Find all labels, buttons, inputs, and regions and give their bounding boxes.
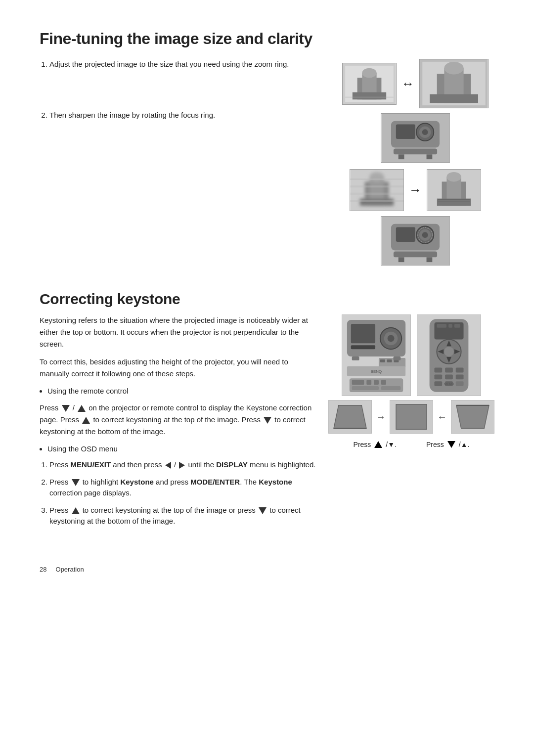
svg-rect-19 [394, 149, 437, 155]
page-number: 28 [40, 566, 46, 573]
svg-rect-72 [448, 324, 452, 328]
page-label: Operation [56, 566, 84, 573]
tri-up-icon-3 [72, 507, 80, 514]
svg-rect-71 [437, 324, 446, 328]
keystone-text-col: Keystoning refers to the situation where… [40, 314, 318, 536]
keystone-trapezoid-3 [451, 400, 494, 434]
focus-image-row: → [350, 169, 481, 211]
arrow-left-icon-2: ← [437, 411, 447, 423]
osd-steps-list: Press MENU/EXIT and then press / until t… [49, 459, 318, 527]
svg-point-52 [388, 335, 395, 342]
svg-text:BENQ: BENQ [371, 369, 382, 374]
svg-rect-15 [396, 125, 415, 139]
press-tri-up-icon [374, 441, 382, 448]
svg-point-4 [362, 68, 376, 78]
keystone-title: Correcting keystone [40, 291, 494, 308]
osd-menu-bullet: Using the OSD menu [47, 444, 318, 455]
press-tri-down-icon [447, 441, 455, 448]
tri-down-icon-3 [72, 479, 80, 486]
svg-rect-94 [396, 404, 427, 429]
remote-control-diagram: MENU [417, 314, 481, 396]
svg-point-25 [369, 172, 384, 182]
press-labels-row: Press /▼. Press /▲. [354, 441, 470, 448]
menu-exit-bold: MENU/EXIT [71, 460, 111, 469]
fine-tuning-images: ↔ [336, 59, 494, 267]
keystone-trapezoid-1 [328, 400, 372, 434]
svg-rect-53 [351, 345, 375, 349]
svg-text:MENU: MENU [444, 382, 454, 386]
svg-rect-40 [396, 227, 415, 242]
svg-rect-47 [427, 257, 433, 262]
keystone-intro1: Keystoning refers to the situation where… [40, 314, 318, 350]
osd-step-1: Press MENU/EXIT and then press / until t… [49, 459, 318, 471]
fine-tuning-text: Adjust the projected image to the size t… [40, 59, 326, 267]
svg-rect-86 [434, 381, 442, 386]
svg-rect-58 [352, 356, 359, 360]
page-footer: 28 Operation [40, 566, 494, 573]
keystone-trapezoid-2 [390, 400, 433, 434]
press-label-1: Press /▼. [354, 441, 397, 448]
svg-rect-21 [427, 154, 433, 159]
svg-rect-85 [456, 374, 464, 379]
tri-down-icon-1 [62, 405, 70, 412]
svg-rect-49 [351, 324, 375, 343]
sharp-image [427, 169, 481, 211]
svg-rect-84 [445, 374, 453, 379]
svg-rect-20 [399, 154, 404, 159]
osd-method-list: Using the OSD menu [47, 444, 318, 455]
svg-rect-83 [434, 374, 442, 379]
svg-rect-67 [352, 386, 379, 390]
keystone-main-diagrams: BENQ [342, 314, 481, 396]
arr-right-icon [179, 462, 185, 469]
display-bold: DISPLAY [216, 460, 248, 469]
svg-rect-88 [456, 381, 464, 386]
svg-rect-64 [366, 380, 371, 385]
press-label-2: Press /▲. [426, 441, 469, 448]
arc-monument-large [419, 59, 489, 108]
remote-control-bullet: Using the remote control [47, 386, 318, 397]
fine-tuning-content: Adjust the projected image to the size t… [40, 59, 494, 267]
keystone-intro2: To correct this, besides adjusting the h… [40, 356, 318, 380]
projector-diagram: BENQ [342, 314, 411, 396]
arc-monument-small [342, 63, 397, 105]
svg-rect-82 [456, 368, 464, 373]
svg-point-18 [422, 129, 428, 135]
tri-down-icon-2 [264, 417, 271, 424]
tri-up-icon-1 [78, 405, 86, 412]
arrow-right-icon-2: → [376, 411, 386, 423]
svg-rect-12 [430, 94, 478, 103]
svg-rect-73 [454, 324, 460, 328]
keystone-bold-2: Keystone [259, 478, 292, 486]
press-label-1-sym: /▼. [386, 441, 397, 448]
svg-marker-91 [334, 405, 366, 429]
keystone-method-list: Using the remote control [47, 386, 318, 397]
keystone-images-col: BENQ [328, 314, 494, 536]
svg-rect-5 [353, 92, 386, 99]
tri-up-icon-2 [82, 417, 90, 424]
projector-top-diagram [381, 113, 450, 164]
osd-step-3: Press to correct keystoning at the top o… [49, 505, 318, 527]
svg-rect-66 [381, 380, 386, 385]
svg-rect-59 [394, 356, 401, 360]
svg-point-34 [446, 172, 461, 182]
svg-point-79 [444, 347, 454, 356]
svg-rect-80 [434, 368, 442, 373]
svg-marker-96 [456, 405, 489, 429]
keystone-section: Correcting keystone Keystoning refers to… [40, 291, 494, 536]
zoom-image-row: ↔ [342, 59, 489, 108]
svg-rect-63 [352, 380, 364, 385]
svg-rect-68 [381, 386, 400, 390]
fine-tuning-step-2: Then sharpen the image by rotating the f… [49, 110, 326, 121]
svg-rect-26 [360, 199, 394, 206]
blurry-image [350, 169, 404, 211]
svg-rect-55 [380, 359, 385, 362]
keystone-bold-1: Keystone [120, 478, 154, 486]
svg-rect-65 [374, 380, 379, 385]
arr-left-icon [165, 462, 171, 469]
svg-rect-46 [399, 257, 404, 262]
mode-enter-bold: MODE/ENTER [190, 478, 240, 486]
svg-point-43 [422, 232, 428, 238]
fine-tuning-step-1: Adjust the projected image to the size t… [49, 59, 326, 70]
svg-rect-56 [387, 359, 392, 362]
keystone-content: Keystoning refers to the situation where… [40, 314, 494, 536]
